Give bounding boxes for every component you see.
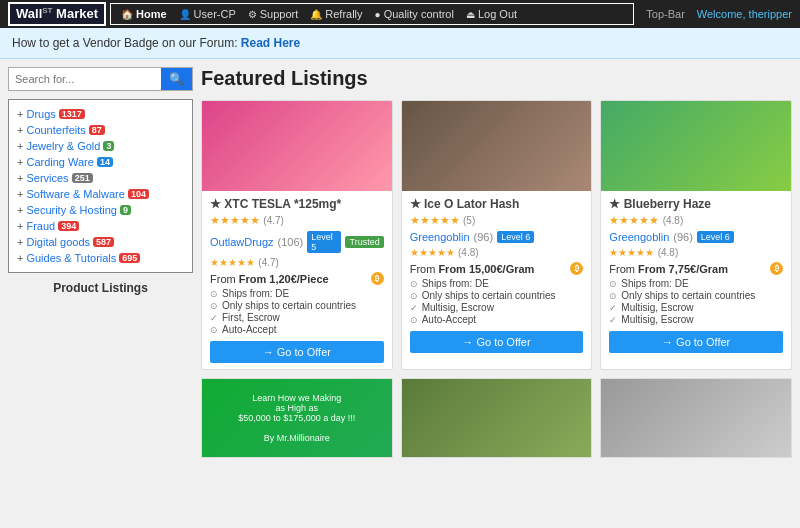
listing-title-0: ★ XTC TESLA *125mg* bbox=[210, 197, 384, 211]
btc-icon-0: ₿ bbox=[371, 272, 384, 285]
seller-name-0[interactable]: OutlawDrugz bbox=[210, 236, 274, 248]
escrow1-1: ✓ Multisig, Escrow bbox=[410, 302, 584, 313]
listings-grid: ★ XTC TESLA *125mg* ★★★★★ (4.7) OutlawDr… bbox=[201, 100, 792, 370]
topbar-label: Top-Bar bbox=[646, 8, 685, 20]
featured-title: Featured Listings bbox=[201, 67, 792, 90]
nav-links: 🏠Home 👤User-CP ⚙Support 🔔Refrally ●Quali… bbox=[110, 3, 634, 25]
nav-logout[interactable]: ⏏Log Out bbox=[460, 8, 523, 20]
bottom-card-1[interactable] bbox=[401, 378, 593, 458]
listing-card-1: ★ Ice O Lator Hash ★★★★★ (5) Greengoblin… bbox=[401, 100, 593, 370]
listing-title-1: ★ Ice O Lator Hash bbox=[410, 197, 584, 211]
seller-count-0: (106) bbox=[278, 236, 304, 248]
price-text-0: From From 1,20€/Piece bbox=[210, 273, 329, 285]
product-listings-label: Product Listings bbox=[8, 281, 193, 295]
cat-carding[interactable]: + Carding Ware 14 bbox=[17, 154, 184, 170]
listing-title-2: ★ Blueberry Haze bbox=[609, 197, 783, 211]
listing-image-0 bbox=[202, 101, 392, 191]
listing-stars-2: ★★★★★ (4.8) bbox=[609, 213, 783, 227]
listing-body-2: ★ Blueberry Haze ★★★★★ (4.8) Greengoblin… bbox=[601, 191, 791, 359]
price-text-2: From From 7,75€/Gram bbox=[609, 263, 728, 275]
escrow1-2: ✓ Multisig, Escrow bbox=[609, 302, 783, 313]
welcome-text: Welcome, theripper bbox=[697, 8, 792, 20]
cat-guides[interactable]: + Guides & Tutorials 695 bbox=[17, 250, 184, 266]
cat-drugs[interactable]: + Drugs 1317 bbox=[17, 106, 184, 122]
escrow2-0: ⊙ Auto-Accept bbox=[210, 324, 384, 335]
nav-user-cp[interactable]: 👤User-CP bbox=[173, 8, 242, 20]
ships-from-2: ⊙ Ships from: DE bbox=[609, 278, 783, 289]
listing-card-2: ★ Blueberry Haze ★★★★★ (4.8) Greengoblin… bbox=[600, 100, 792, 370]
bottom-row: Learn How we Makingas High as$50,000 to … bbox=[201, 378, 792, 458]
listing-body-1: ★ Ice O Lator Hash ★★★★★ (5) Greengoblin… bbox=[402, 191, 592, 359]
cat-badge-software: 104 bbox=[128, 189, 149, 199]
listing-seller-row-0: OutlawDrugz (106) Level 5 Trusted bbox=[210, 231, 384, 253]
level-badge-0: Level 5 bbox=[307, 231, 341, 253]
nav-home[interactable]: 🏠Home bbox=[115, 8, 173, 20]
bottom-card-0[interactable]: Learn How we Makingas High as$50,000 to … bbox=[201, 378, 393, 458]
price-row-1: From From 15,00€/Gram ₿ bbox=[410, 262, 584, 275]
cat-badge-security: 9 bbox=[120, 205, 131, 215]
go-to-offer-btn-1[interactable]: → Go to Offer bbox=[410, 331, 584, 353]
nav-quality-control[interactable]: ●Quality control bbox=[369, 8, 460, 20]
escrow2-1: ⊙ Auto-Accept bbox=[410, 314, 584, 325]
price-text-1: From From 15,00€/Gram bbox=[410, 263, 535, 275]
ships-from-0: ⊙ Ships from: DE bbox=[210, 288, 384, 299]
bottom-card-2[interactable] bbox=[600, 378, 792, 458]
info-banner: How to get a Vendor Badge on our Forum: … bbox=[0, 28, 800, 59]
seller-name-1[interactable]: Greengoblin bbox=[410, 231, 470, 243]
seller-name-2[interactable]: Greengoblin bbox=[609, 231, 669, 243]
go-to-offer-btn-2[interactable]: → Go to Offer bbox=[609, 331, 783, 353]
cat-services[interactable]: + Services 251 bbox=[17, 170, 184, 186]
cat-software[interactable]: + Software & Malware 104 bbox=[17, 186, 184, 202]
search-input[interactable] bbox=[9, 68, 161, 90]
top-bar: WallST Market 🏠Home 👤User-CP ⚙Support 🔔R… bbox=[0, 0, 800, 28]
price-row-2: From From 7,75€/Gram ₿ bbox=[609, 262, 783, 275]
cat-badge-carding: 14 bbox=[97, 157, 113, 167]
price-row-0: From From 1,20€/Piece ₿ bbox=[210, 272, 384, 285]
seller-rating-row-1: ★★★★★ (4.8) bbox=[410, 245, 584, 259]
search-bar: 🔍 bbox=[8, 67, 193, 91]
ships-to-0: ⊙ Only ships to certain countries bbox=[210, 300, 384, 311]
level-badge-1: Level 6 bbox=[497, 231, 534, 243]
nav-support[interactable]: ⚙Support bbox=[242, 8, 305, 20]
seller-rating-row-2: ★★★★★ (4.8) bbox=[609, 245, 783, 259]
search-button[interactable]: 🔍 bbox=[161, 68, 192, 90]
seller-count-2: (96) bbox=[673, 231, 693, 243]
btc-icon-2: ₿ bbox=[770, 262, 783, 275]
listing-seller-row-1: Greengoblin (96) Level 6 bbox=[410, 231, 584, 243]
seller-rating-row-0: ★★★★★ (4.7) bbox=[210, 255, 384, 269]
ships-to-1: ⊙ Only ships to certain countries bbox=[410, 290, 584, 301]
logo[interactable]: WallST Market bbox=[8, 2, 106, 25]
btc-icon-1: ₿ bbox=[570, 262, 583, 275]
listing-card-0: ★ XTC TESLA *125mg* ★★★★★ (4.7) OutlawDr… bbox=[201, 100, 393, 370]
listing-stars-0: ★★★★★ (4.7) bbox=[210, 213, 384, 227]
cat-security[interactable]: + Security & Hosting 9 bbox=[17, 202, 184, 218]
info-banner-link[interactable]: Read Here bbox=[241, 36, 300, 50]
escrow1-0: ✓ First, Escrow bbox=[210, 312, 384, 323]
cat-digital[interactable]: + Digital goods 587 bbox=[17, 234, 184, 250]
listing-image-2 bbox=[601, 101, 791, 191]
listing-body-0: ★ XTC TESLA *125mg* ★★★★★ (4.7) OutlawDr… bbox=[202, 191, 392, 369]
cat-badge-services: 251 bbox=[72, 173, 93, 183]
cat-badge-jewelry: 3 bbox=[103, 141, 114, 151]
cat-fraud[interactable]: + Fraud 394 bbox=[17, 218, 184, 234]
username: theripper bbox=[749, 8, 792, 20]
go-to-offer-btn-0[interactable]: → Go to Offer bbox=[210, 341, 384, 363]
cat-badge-digital: 587 bbox=[93, 237, 114, 247]
trusted-badge-0: Trusted bbox=[345, 236, 383, 248]
cat-counterfeits[interactable]: + Counterfeits 87 bbox=[17, 122, 184, 138]
cat-badge-guides: 695 bbox=[119, 253, 140, 263]
level-badge-2: Level 6 bbox=[697, 231, 734, 243]
listing-image-1 bbox=[402, 101, 592, 191]
sidebar: 🔍 + Drugs 1317 + Counterfeits 87 + Jewel… bbox=[8, 67, 193, 458]
listing-stars-1: ★★★★★ (5) bbox=[410, 213, 584, 227]
cat-badge-drugs: 1317 bbox=[59, 109, 85, 119]
main-layout: 🔍 + Drugs 1317 + Counterfeits 87 + Jewel… bbox=[0, 59, 800, 466]
cat-jewelry[interactable]: + Jewelry & Gold 3 bbox=[17, 138, 184, 154]
seller-count-1: (96) bbox=[474, 231, 494, 243]
nav-refrally[interactable]: 🔔Refrally bbox=[304, 8, 368, 20]
cat-badge-counterfeits: 87 bbox=[89, 125, 105, 135]
escrow2-2: ✓ Multisig, Escrow bbox=[609, 314, 783, 325]
content-area: Featured Listings ★ XTC TESLA *125mg* ★★… bbox=[201, 67, 792, 458]
category-list: + Drugs 1317 + Counterfeits 87 + Jewelry… bbox=[8, 99, 193, 273]
listing-seller-row-2: Greengoblin (96) Level 6 bbox=[609, 231, 783, 243]
